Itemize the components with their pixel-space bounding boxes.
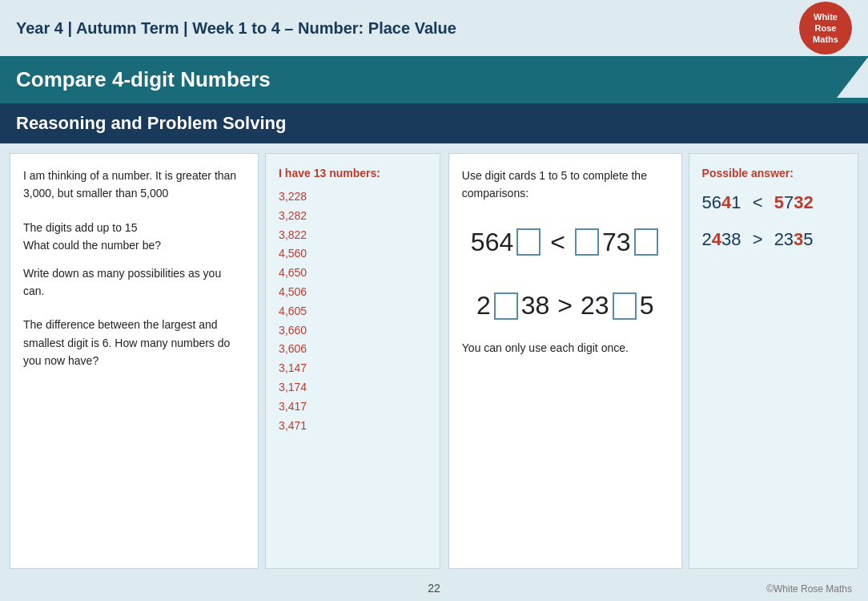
symbol-less: < [550, 222, 565, 263]
digit-box-1 [516, 228, 540, 256]
list-item: 3,660 [279, 321, 427, 341]
list-item: 3,282 [279, 207, 427, 226]
answer-row-1: 5641 < 5732 [702, 192, 845, 213]
list-item: 3,822 [279, 226, 427, 245]
right-panel: Use digit cards 1 to 5 to complete the c… [448, 153, 858, 569]
left-question-p3: Write down as many possibilities as you … [23, 264, 245, 300]
copyright-text: ©White Rose Maths [766, 583, 852, 595]
section-title: Compare 4-digit Numbers [16, 67, 271, 92]
list-item: 3,417 [279, 397, 427, 417]
right-question-box: Use digit cards 1 to 5 to complete the c… [448, 153, 682, 569]
number-23: 23 [581, 285, 609, 326]
digit-box-5 [613, 292, 637, 320]
list-item: 3,174 [279, 378, 427, 397]
comparison-row-2: 2 38 > 23 5 [476, 285, 653, 326]
digit-box-4 [494, 292, 518, 320]
left-answer-list: 3,228 3,282 3,822 4,560 4,650 4,506 4,60… [279, 188, 427, 435]
left-question-p4: The difference between the largest and s… [23, 316, 245, 369]
answer-comparison: 5641 < 5732 2438 > 2335 [702, 192, 845, 250]
section-title-bar: Compare 4-digit Numbers [0, 56, 868, 103]
right-question-p2: You can only use each digit once. [462, 339, 669, 357]
comparison-row-1: 564 < 73 [471, 222, 660, 263]
header-title: Year 4 | Autumn Term | Week 1 to 4 – Num… [16, 19, 456, 38]
number-564: 564 [471, 222, 513, 263]
header: Year 4 | Autumn Term | Week 1 to 4 – Num… [0, 0, 868, 56]
list-item: 3,228 [279, 188, 427, 207]
list-item: 3,471 [279, 417, 427, 436]
comparison-area: 564 < 73 2 38 > 23 5 [462, 222, 669, 326]
left-answer-box: I have 13 numbers: 3,228 3,282 3,822 4,5… [265, 153, 440, 569]
list-item: 4,605 [279, 302, 427, 321]
list-item: 4,560 [279, 244, 427, 264]
answer-row-2: 2438 > 2335 [702, 229, 845, 250]
left-answer-label: I have 13 numbers: [279, 167, 427, 179]
sub-section-bar: Reasoning and Problem Solving [0, 103, 868, 143]
footer: 22 [0, 582, 868, 595]
number-73: 73 [602, 222, 631, 263]
right-question-p1: Use digit cards 1 to 5 to complete the c… [462, 167, 669, 203]
right-answer-box: Possible answer: 5641 < 5732 2438 > 2335 [689, 153, 858, 569]
list-item: 3,606 [279, 340, 427, 359]
number-38: 38 [521, 285, 550, 326]
page-number: 22 [428, 582, 440, 595]
logo-line2: Rose [815, 22, 837, 34]
list-item: 4,650 [279, 264, 427, 283]
main-content: I am thinking of a number. It is greater… [0, 143, 868, 579]
white-rose-logo: White Rose Maths [799, 2, 852, 54]
subsection-title: Reasoning and Problem Solving [16, 113, 852, 134]
symbol-greater: > [557, 285, 573, 326]
number-5: 5 [640, 285, 654, 326]
left-question-p1: I am thinking of a number. It is greater… [23, 167, 245, 203]
left-question-p2: The digits add up to 15What could the nu… [23, 219, 245, 255]
logo-line3: Maths [813, 34, 838, 45]
number-2: 2 [476, 285, 491, 326]
list-item: 4,506 [279, 283, 427, 302]
left-question-box: I am thinking of a number. It is greater… [10, 153, 259, 569]
right-answer-label: Possible answer: [702, 167, 845, 179]
digit-box-3 [634, 228, 658, 256]
header-title-text: Year 4 | Autumn Term | Week 1 to 4 – Num… [16, 19, 456, 37]
logo-line1: White [814, 11, 838, 22]
list-item: 3,147 [279, 359, 427, 378]
digit-box-2 [575, 228, 599, 256]
left-panel: I am thinking of a number. It is greater… [10, 153, 440, 569]
footer-copyright: ©White Rose Maths [766, 583, 852, 595]
